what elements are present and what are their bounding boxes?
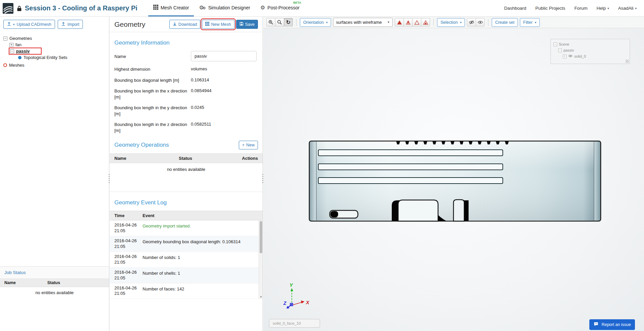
app-logo-icon[interactable] xyxy=(3,3,13,14)
upload-cad-button[interactable]: ▾ Upload CAD/mesh xyxy=(3,20,55,29)
scene-tree-item-solid-0[interactable]: + solid_0 xyxy=(553,53,627,59)
event-time: 2016-04-26 21:05 xyxy=(114,238,141,250)
filter-label: Filter xyxy=(523,20,533,25)
report-issue-button[interactable]: Report an issue xyxy=(589,319,635,330)
viewer-3d[interactable]: ↻ Orientation ▾ surfaces with wireframe … xyxy=(263,17,644,331)
field-label: Bounding box length in the x direction [… xyxy=(114,87,191,100)
mesh-quality-inner-icon[interactable] xyxy=(421,18,430,26)
event-time: 2016-04-26 21:05 xyxy=(114,254,141,265)
download-button[interactable]: Download xyxy=(169,20,201,29)
zoom-in-icon[interactable] xyxy=(266,18,275,26)
operations-table: Name Status Actions no entities availabl… xyxy=(110,153,263,192)
field-value: 0.0582511 xyxy=(191,121,211,127)
event-text: Number of solids: 1 xyxy=(141,254,257,265)
column-name: Name xyxy=(4,280,47,285)
panel-resize-handle[interactable] xyxy=(108,174,110,184)
field-label: Bounding box length in the y direction [… xyxy=(114,104,191,117)
panel-resize-handle[interactable] xyxy=(262,174,264,184)
mesh-quality-striped-icon[interactable] xyxy=(404,18,413,26)
new-operation-button[interactable]: + New xyxy=(239,141,258,149)
gears-icon: ⚙⚙ xyxy=(199,5,206,10)
viewer-toolbar: ↻ Orientation ▾ surfaces with wireframe … xyxy=(263,17,644,28)
nav-forum[interactable]: Forum xyxy=(574,6,587,11)
nav-dashboard[interactable]: Dashboard xyxy=(504,6,526,11)
scrollbar-thumb[interactable] xyxy=(260,221,262,253)
operations-empty: no entities available xyxy=(110,163,263,172)
lock-icon xyxy=(17,5,22,11)
orientation-dropdown[interactable]: Orientation ▾ xyxy=(300,18,331,27)
selection-dropdown[interactable]: Selection ▾ xyxy=(437,18,465,27)
display-mode-value: surfaces with wireframe xyxy=(336,20,382,25)
info-row-y-length: Bounding box length in the y direction [… xyxy=(114,104,258,117)
collapse-icon[interactable]: − xyxy=(3,37,7,41)
import-button[interactable]: Import xyxy=(58,20,83,29)
info-row-highest-dimension: Highest dimension volumes xyxy=(114,66,258,72)
create-set-label: Create set xyxy=(495,20,515,25)
nav-help-menu[interactable]: Help ▾ xyxy=(596,6,609,11)
beta-badge: BETA xyxy=(293,1,301,4)
geometry-tree: − Geometries + fan − passiv Topological … xyxy=(0,35,109,68)
collapse-icon[interactable]: − xyxy=(553,43,557,46)
tab-post-processor[interactable]: BETA ⚙ Post-Processor xyxy=(255,0,305,16)
geometry-information-heading: Geometry Information xyxy=(114,40,258,46)
selection-label: Selection xyxy=(440,20,458,25)
axis-z-label: Z xyxy=(283,301,286,306)
job-status-panel: Job Status Name Status no entities avail… xyxy=(0,266,109,298)
annotation-box-passiv: − passiv xyxy=(9,48,41,54)
gear-icon: ⚙ xyxy=(260,5,265,10)
show-eye-icon[interactable] xyxy=(476,18,485,26)
tree-label-topo: Topological Entity Sets xyxy=(23,55,67,60)
tree-item-passiv[interactable]: − passiv xyxy=(0,48,109,54)
collapse-icon[interactable]: − xyxy=(558,49,562,52)
refresh-icon[interactable]: ↻ xyxy=(284,18,293,26)
tree-item-fan[interactable]: + fan xyxy=(0,42,109,48)
expand-icon[interactable]: + xyxy=(9,43,13,47)
field-value: 0.0854944 xyxy=(191,87,211,93)
scene-tree-item-passiv[interactable]: − passiv xyxy=(553,47,627,53)
nav-public-projects[interactable]: Public Projects xyxy=(535,6,565,11)
job-status-empty: no entities available xyxy=(0,287,109,298)
column-status: Status xyxy=(162,156,209,161)
download-label: Download xyxy=(178,22,197,27)
scroll-down-icon[interactable]: ▾ xyxy=(259,295,263,299)
create-set-button[interactable]: Create set xyxy=(492,18,518,27)
chevron-down-icon: ▾ xyxy=(460,21,462,24)
tab-label: Mesh Creator xyxy=(161,5,189,10)
event-log-row: 2016-04-26 21:05 Number of solids: 1 xyxy=(110,252,259,268)
tab-mesh-creator[interactable]: Mesh Creator xyxy=(148,0,194,16)
hide-eye-icon[interactable] xyxy=(467,18,476,26)
chevron-down-icon: ▾ xyxy=(13,23,15,26)
collapse-icon[interactable]: − xyxy=(10,49,14,53)
event-text: Number of shells: 1 xyxy=(141,270,257,281)
name-input[interactable] xyxy=(191,51,257,61)
tab-simulation-designer[interactable]: ⚙⚙ Simulation Designer xyxy=(194,0,255,16)
tree-item-meshes[interactable]: Meshes xyxy=(0,62,109,68)
field-value: 0.106314 xyxy=(191,77,209,82)
geometry-operations-heading: Geometry Operations xyxy=(114,142,169,148)
field-value: volumes xyxy=(191,66,207,71)
scrollbar[interactable]: ▾ xyxy=(259,220,263,299)
nav-user-label: AsadAli xyxy=(618,6,634,11)
display-mode-select[interactable]: surfaces with wireframe ▼ xyxy=(333,18,393,27)
geometry-panel-header: Geometry Download New Mesh xyxy=(110,17,263,32)
nav-help-label: Help xyxy=(596,6,606,11)
top-navigation: Dashboard Public Projects Forum Help ▾ A… xyxy=(504,6,644,11)
scene-tree-item-scene[interactable]: − Scene xyxy=(553,41,627,47)
column-name: Name xyxy=(114,156,162,161)
filter-dropdown[interactable]: Filter ▾ xyxy=(520,18,540,27)
mesh-quality-solid-icon[interactable] xyxy=(395,18,404,26)
expand-icon[interactable]: + xyxy=(563,55,567,58)
mesh-quality-outline-icon[interactable] xyxy=(412,18,421,26)
new-mesh-button[interactable]: New Mesh xyxy=(202,20,234,29)
zoom-window-icon[interactable] xyxy=(275,18,284,26)
save-button[interactable]: Save xyxy=(236,20,258,29)
geometry-event-log-heading: Geometry Event Log xyxy=(114,199,258,206)
tree-item-geometries[interactable]: − Geometries xyxy=(0,35,109,42)
visibility-eye-icon[interactable] xyxy=(568,54,573,58)
info-row-x-length: Bounding box length in the x direction [… xyxy=(114,87,258,100)
info-row-diagonal: Bounding box diagonal length [m] 0.10631… xyxy=(114,77,258,83)
nav-user-menu[interactable]: AsadAli ▾ xyxy=(618,6,637,11)
chevron-down-icon: ▾ xyxy=(326,21,328,24)
tree-item-topological-entity-sets[interactable]: Topological Entity Sets xyxy=(0,54,109,61)
column-status: Status xyxy=(47,280,60,285)
